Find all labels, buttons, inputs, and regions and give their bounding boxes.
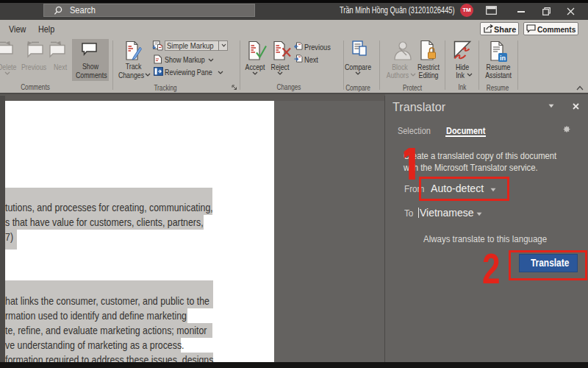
- svg-text:in: in: [500, 54, 506, 62]
